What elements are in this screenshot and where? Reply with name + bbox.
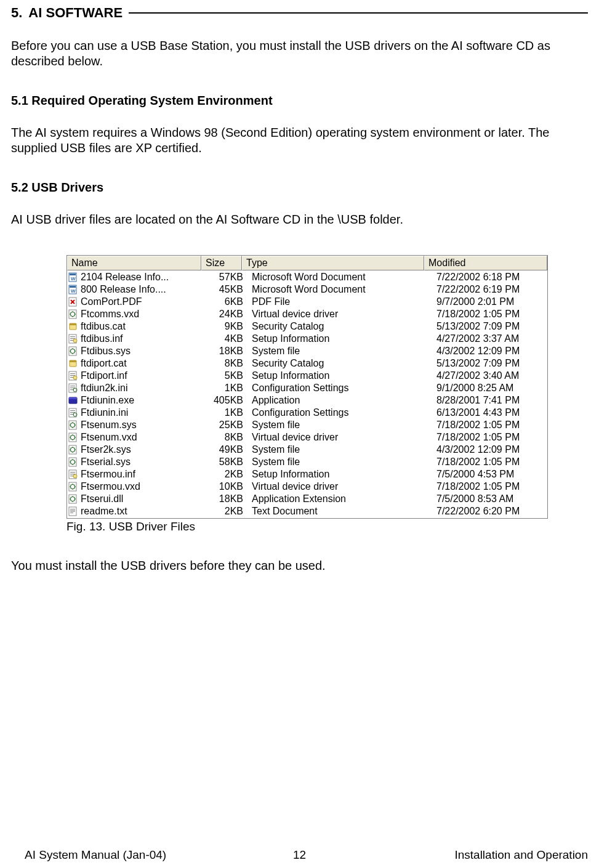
cat-icon: [68, 322, 78, 331]
file-name-cell[interactable]: Ftdiunin.ini: [67, 407, 203, 419]
file-name-cell[interactable]: 2104 Release Info...: [67, 271, 203, 283]
file-name: Ftdiport.inf: [81, 370, 127, 382]
inf-icon: [68, 334, 78, 344]
file-row[interactable]: ComPort.PDF6KBPDF File9/7/2000 2:01 PM: [67, 296, 547, 308]
file-row[interactable]: Ftserial.sys58KBSystem file7/18/2002 1:0…: [67, 456, 547, 468]
file-row[interactable]: Ftsenum.vxd8KBVirtual device driver7/18/…: [67, 431, 547, 444]
file-row[interactable]: Ftdiunin.exe405KBApplication8/28/2001 7:…: [67, 394, 547, 407]
word-icon: [68, 272, 78, 282]
file-name: Ftsenum.vxd: [81, 431, 137, 444]
pdf-icon: [68, 297, 78, 307]
file-modified: 6/13/2001 4:43 PM: [434, 407, 547, 419]
file-name-cell[interactable]: Ftdiunin.exe: [67, 394, 203, 407]
file-name-cell[interactable]: Ftsenum.vxd: [67, 431, 203, 444]
file-name-cell[interactable]: 800 Release Info....: [67, 283, 203, 296]
section-title: AI SOFTWARE: [28, 5, 123, 21]
col-header-name[interactable]: Name: [67, 256, 201, 270]
file-type: Microsoft Word Document: [249, 283, 434, 296]
col-header-type[interactable]: Type: [242, 256, 424, 270]
file-name-cell[interactable]: ComPort.PDF: [67, 296, 203, 308]
file-size: 25KB: [203, 419, 249, 431]
file-row[interactable]: Ftsenum.sys25KBSystem file7/18/2002 1:05…: [67, 419, 547, 431]
ini-icon: [68, 408, 78, 418]
file-name-cell[interactable]: Ftsenum.sys: [67, 419, 203, 431]
file-name-cell[interactable]: Ftcomms.vxd: [67, 308, 203, 320]
file-name: Ftser2k.sys: [81, 444, 131, 456]
file-name-cell[interactable]: Ftsermou.inf: [67, 468, 203, 481]
cat-icon: [68, 359, 78, 368]
file-modified: 7/22/2002 6:18 PM: [434, 271, 547, 283]
ini-icon: [68, 383, 78, 393]
sys-icon: [68, 309, 78, 319]
file-size: 1KB: [203, 407, 249, 419]
file-row[interactable]: ftdiun2k.ini1KBConfiguration Settings9/1…: [67, 382, 547, 394]
text-5-2b: You must install the USB drivers before …: [11, 558, 588, 574]
file-row[interactable]: Ftcomms.vxd24KBVirtual device driver7/18…: [67, 308, 547, 320]
file-type: System file: [249, 456, 434, 468]
file-name: Ftsermou.vxd: [81, 481, 140, 493]
file-row[interactable]: Ftsermou.vxd10KBVirtual device driver7/1…: [67, 481, 547, 493]
file-size: 45KB: [203, 283, 249, 296]
file-modified: 4/3/2002 12:09 PM: [434, 345, 547, 357]
file-modified: 7/18/2002 1:05 PM: [434, 308, 547, 320]
sys-icon: [68, 482, 78, 492]
file-type: Setup Information: [249, 333, 434, 345]
file-modified: 4/27/2002 3:37 AM: [434, 333, 547, 345]
file-name-cell[interactable]: readme.txt: [67, 505, 203, 517]
file-modified: 7/18/2002 1:05 PM: [434, 419, 547, 431]
file-row[interactable]: 800 Release Info....45KBMicrosoft Word D…: [67, 283, 547, 296]
file-row[interactable]: Ftdiport.inf5KBSetup Information4/27/200…: [67, 370, 547, 382]
file-size: 18KB: [203, 493, 249, 505]
file-row[interactable]: ftdibus.cat9KBSecurity Catalog5/13/2002 …: [67, 320, 547, 333]
file-name-cell[interactable]: ftdiport.cat: [67, 357, 203, 370]
file-row[interactable]: ftdibus.inf4KBSetup Information4/27/2002…: [67, 333, 547, 345]
file-type: Application Extension: [249, 493, 434, 505]
section-rule: [129, 12, 588, 14]
file-name: Ftsenum.sys: [81, 419, 137, 431]
file-size: 18KB: [203, 345, 249, 357]
file-modified: 4/27/2002 3:40 AM: [434, 370, 547, 382]
file-name: Ftserui.dll: [81, 493, 123, 505]
file-name-cell[interactable]: Ftserial.sys: [67, 456, 203, 468]
file-name: Ftcomms.vxd: [81, 308, 139, 320]
file-type: System file: [249, 419, 434, 431]
file-row[interactable]: Ftserui.dll18KBApplication Extension7/5/…: [67, 493, 547, 505]
file-name-cell[interactable]: ftdibus.cat: [67, 320, 203, 333]
page-footer: AI System Manual (Jan-04) 12 Installatio…: [0, 848, 599, 862]
file-modified: 8/28/2001 7:41 PM: [434, 394, 547, 407]
file-row[interactable]: Ftdiunin.ini1KBConfiguration Settings6/1…: [67, 407, 547, 419]
file-modified: 7/18/2002 1:05 PM: [434, 431, 547, 444]
file-row[interactable]: 2104 Release Info...57KBMicrosoft Word D…: [67, 271, 547, 283]
col-header-size[interactable]: Size: [201, 256, 242, 270]
file-modified: 7/5/2000 4:53 PM: [434, 468, 547, 481]
file-type: Configuration Settings: [249, 407, 434, 419]
file-table-body: 2104 Release Info...57KBMicrosoft Word D…: [67, 270, 547, 518]
section-intro: Before you can use a USB Base Station, y…: [11, 38, 588, 69]
file-name-cell[interactable]: ftdiun2k.ini: [67, 382, 203, 394]
file-row[interactable]: Ftdibus.sys18KBSystem file4/3/2002 12:09…: [67, 345, 547, 357]
file-type: Virtual device driver: [249, 481, 434, 493]
file-row[interactable]: Ftser2k.sys49KBSystem file4/3/2002 12:09…: [67, 444, 547, 456]
file-name-cell[interactable]: Ftserui.dll: [67, 493, 203, 505]
file-modified: 9/7/2000 2:01 PM: [434, 296, 547, 308]
file-name: ComPort.PDF: [81, 296, 142, 308]
file-name: ftdiun2k.ini: [81, 382, 128, 394]
file-modified: 9/1/2000 8:25 AM: [434, 382, 547, 394]
file-type: Setup Information: [249, 468, 434, 481]
file-type: Security Catalog: [249, 320, 434, 333]
col-header-modified[interactable]: Modified: [424, 256, 547, 270]
file-name-cell[interactable]: Ftdiport.inf: [67, 370, 203, 382]
file-row[interactable]: Ftsermou.inf2KBSetup Information7/5/2000…: [67, 468, 547, 481]
file-name-cell[interactable]: ftdibus.inf: [67, 333, 203, 345]
file-row[interactable]: ftdiport.cat8KBSecurity Catalog5/13/2002…: [67, 357, 547, 370]
file-type: Virtual device driver: [249, 431, 434, 444]
file-name-cell[interactable]: Ftser2k.sys: [67, 444, 203, 456]
figure-13: Name Size Type Modified 2104 Release Inf…: [66, 255, 547, 533]
file-size: 1KB: [203, 382, 249, 394]
file-name-cell[interactable]: Ftsermou.vxd: [67, 481, 203, 493]
file-size: 8KB: [203, 357, 249, 370]
file-size: 6KB: [203, 296, 249, 308]
file-row[interactable]: readme.txt2KBText Document7/22/2002 6:20…: [67, 505, 547, 517]
file-name-cell[interactable]: Ftdibus.sys: [67, 345, 203, 357]
file-type: Microsoft Word Document: [249, 271, 434, 283]
